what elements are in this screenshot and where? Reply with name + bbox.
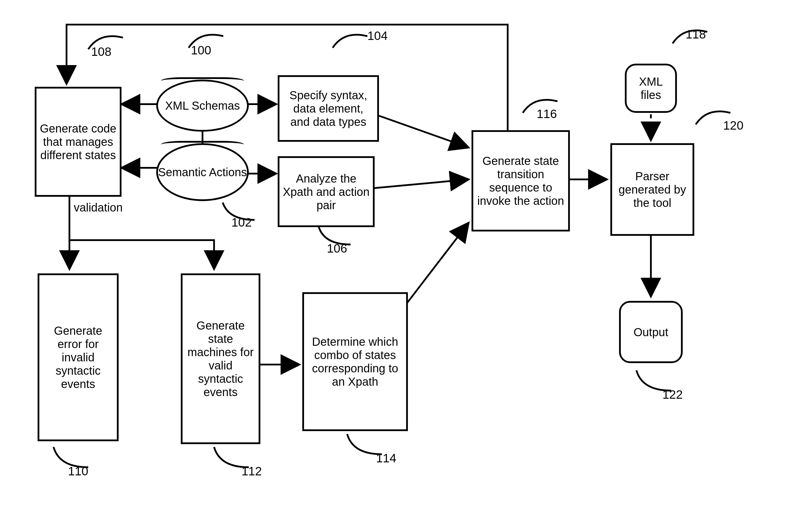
node-122-text: Output xyxy=(634,325,668,339)
node-parser-generated: Parser generated by the tool xyxy=(610,143,694,236)
node-semantic-actions-text: Semantic Actions xyxy=(158,166,247,179)
node-108-text: Generate code that manages different sta… xyxy=(39,122,117,162)
ref-label-116: 116 xyxy=(536,107,557,121)
edge-106-to-116 xyxy=(375,179,469,188)
node-112-text: Generate state machines for valid syntac… xyxy=(185,319,256,399)
node-output: Output xyxy=(619,301,683,363)
node-114-text: Determine which combo of states correspo… xyxy=(307,335,403,388)
node-106-text: Analyze the Xpath and action pair xyxy=(282,172,370,212)
edge-108-to-112 xyxy=(69,240,214,269)
node-semantic-actions: Semantic Actions xyxy=(156,143,249,201)
ref-label-106: 106 xyxy=(327,241,347,255)
node-xml-schemas: XML Schemas xyxy=(156,80,249,132)
ref-label-118: 118 xyxy=(686,27,706,41)
flowchart-canvas: XML Schemas Semantic Actions Generate co… xyxy=(0,0,812,515)
node-specify-syntax: Specify syntax, data element, and data t… xyxy=(278,75,379,142)
ref-label-112: 112 xyxy=(241,464,262,478)
ref-label-102: 102 xyxy=(231,216,252,229)
node-110-text: Generate error for invalid syntactic eve… xyxy=(42,324,114,391)
edge-label-validation: validation xyxy=(74,201,123,214)
node-xml-schemas-text: XML Schemas xyxy=(165,99,240,112)
node-generate-state-machines: Generate state machines for valid syntac… xyxy=(181,274,260,444)
edge-104-to-116 xyxy=(379,116,469,148)
node-generate-state-transition: Generate state transition sequence to in… xyxy=(471,130,570,231)
edges-layer xyxy=(0,0,812,515)
node-104-text: Specify syntax, data element, and data t… xyxy=(282,89,374,128)
ref-label-110: 110 xyxy=(68,464,88,478)
ref-label-100: 100 xyxy=(191,44,211,57)
node-generate-error: Generate error for invalid syntactic eve… xyxy=(38,274,119,441)
ref-hook-104 xyxy=(333,35,367,48)
node-xml-files: XML files xyxy=(625,64,677,113)
ref-label-114: 114 xyxy=(376,451,396,465)
node-generate-code-manages-states: Generate code that manages different sta… xyxy=(35,87,121,197)
node-118-text: XML files xyxy=(630,75,672,102)
node-analyze-xpath: Analyze the Xpath and action pair xyxy=(278,156,375,227)
node-determine-combo-states: Determine which combo of states correspo… xyxy=(302,292,408,431)
ref-label-122: 122 xyxy=(662,388,683,402)
node-116-text: Generate state transition sequence to in… xyxy=(476,154,565,207)
node-120-text: Parser generated by the tool xyxy=(615,170,690,209)
edge-114-to-116 xyxy=(406,223,469,304)
ref-label-108: 108 xyxy=(91,45,111,59)
ref-label-120: 120 xyxy=(723,119,744,133)
ref-label-104: 104 xyxy=(367,29,388,43)
